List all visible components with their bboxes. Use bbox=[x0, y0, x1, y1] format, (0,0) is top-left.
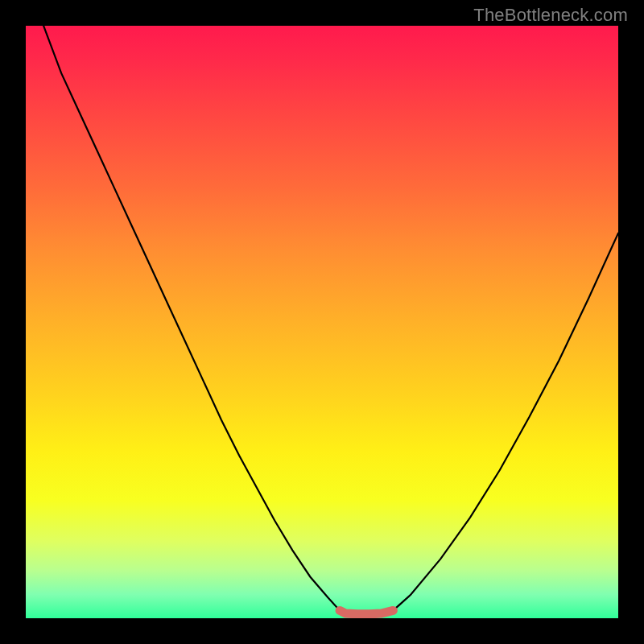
plot-area bbox=[26, 26, 618, 618]
ideal-zone-marker bbox=[340, 610, 393, 613]
watermark-text: TheBottleneck.com bbox=[473, 5, 628, 26]
chart-svg bbox=[26, 26, 618, 618]
chart-frame: TheBottleneck.com bbox=[0, 0, 644, 644]
bottleneck-curve bbox=[26, 26, 618, 614]
